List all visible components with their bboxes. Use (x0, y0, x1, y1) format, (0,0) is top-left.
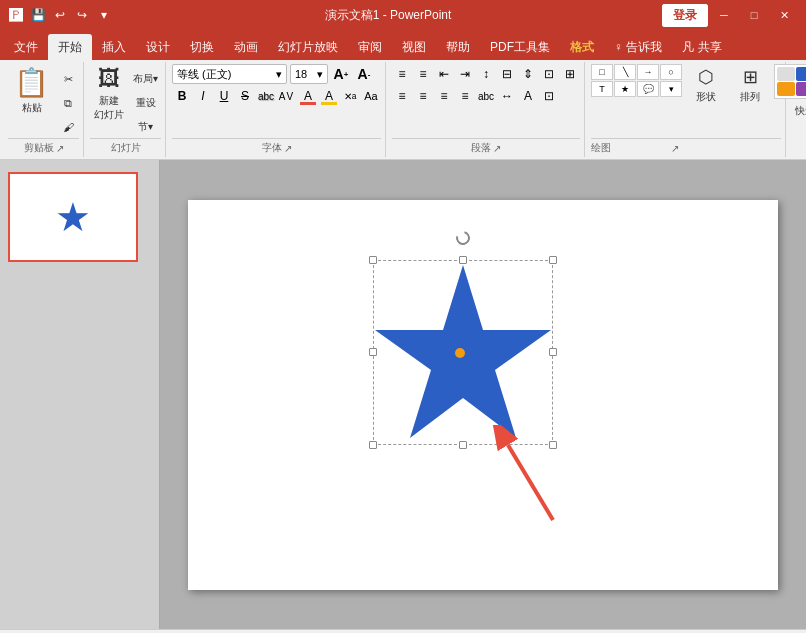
new-slide-icon: 🖼 (98, 66, 120, 92)
minimize-button[interactable]: ─ (710, 4, 738, 26)
shape-callout-icon[interactable]: 💬 (637, 81, 659, 97)
status-bar: RJZXW.COM 幻灯片 第 1 张，共 1 张 🖼 中文(中国) 📝 备注 … (0, 629, 806, 633)
quick-styles-palette[interactable] (774, 64, 806, 99)
bold-button[interactable]: B (172, 86, 192, 106)
window-title: 演示文稿1 - PowerPoint (114, 7, 662, 24)
maximize-button[interactable]: □ (740, 4, 768, 26)
shape-arrow-icon[interactable]: → (637, 64, 659, 80)
shape-star-icon[interactable]: ★ (614, 81, 636, 97)
align-left-button[interactable]: ≡ (392, 86, 412, 106)
decrease-indent-button[interactable]: ⇤ (434, 64, 454, 84)
shapes-button[interactable]: ⬡ 形状 (686, 64, 726, 106)
underline-button[interactable]: U (214, 86, 234, 106)
justify-button[interactable]: ≡ (455, 86, 475, 106)
paste-icon: 📋 (14, 66, 49, 99)
format-painter-button[interactable]: 🖌 (57, 116, 79, 138)
text-direction-button[interactable]: ⇕ (518, 64, 538, 84)
slides-label: 幻灯片 (90, 138, 161, 155)
increase-indent-button[interactable]: ⇥ (455, 64, 475, 84)
word-art-button[interactable]: A (518, 86, 538, 106)
italic-button[interactable]: I (193, 86, 213, 106)
reset-button[interactable]: 重设 (130, 92, 161, 114)
font-color-indicator (300, 102, 316, 105)
cut-button[interactable]: ✂ (57, 68, 79, 90)
font-size-selector[interactable]: 18 ▾ (290, 64, 328, 84)
tab-transitions[interactable]: 切换 (180, 34, 224, 60)
align-text-button[interactable]: ⊡ (539, 64, 559, 84)
drawing-label: 绘图 ↗ (591, 138, 781, 155)
new-slide-button[interactable]: 🖼 新建幻灯片 (90, 64, 128, 124)
save-icon[interactable]: 💾 (28, 5, 48, 25)
text-shadow-button2[interactable]: abc (476, 86, 496, 106)
slide-canvas[interactable] (188, 200, 778, 590)
align-right-button[interactable]: ≡ (434, 86, 454, 106)
tab-share[interactable]: 凡 共享 (672, 34, 731, 60)
smart-art-button[interactable]: ⊞ (560, 64, 580, 84)
font-name-dropdown-icon: ▾ (276, 68, 282, 81)
close-button[interactable]: ✕ (770, 4, 798, 26)
decrease-font-button[interactable]: A- (354, 64, 374, 84)
tab-slideshow[interactable]: 幻灯片放映 (268, 34, 348, 60)
redo-icon[interactable]: ↪ (72, 5, 92, 25)
tab-help[interactable]: 帮助 (436, 34, 480, 60)
slide-thumbnail[interactable]: ★ (8, 172, 138, 262)
section-button[interactable]: 节▾ (130, 116, 161, 138)
rotate-handle[interactable] (455, 230, 471, 246)
ribbon-tab-bar: 文件 开始 插入 设计 切换 动画 幻灯片放映 审阅 视图 帮助 PDF工具集 … (0, 30, 806, 60)
svg-line-1 (508, 445, 553, 520)
tab-insert[interactable]: 插入 (92, 34, 136, 60)
highlight-button[interactable]: A (319, 86, 339, 106)
shape-oval-icon[interactable]: ○ (660, 64, 682, 80)
slides-content: 🖼 新建幻灯片 布局▾ 重设 节▾ (90, 64, 161, 138)
center-dot[interactable] (455, 348, 465, 358)
slide-thumbnail-wrapper: 1 ★ (8, 172, 151, 262)
drawing-expand-icon[interactable]: ↗ (671, 143, 679, 154)
paragraph-expand-icon[interactable]: ↗ (493, 143, 501, 154)
shape-textbox-icon[interactable]: T (591, 81, 613, 97)
undo-icon[interactable]: ↩ (50, 5, 70, 25)
columns-button[interactable]: ⊟ (497, 64, 517, 84)
copy-button[interactable]: ⧉ (57, 92, 79, 114)
ribbon-group-drawing: □ ╲ → ○ T ★ 💬 ▾ ⬡ 形状 (587, 62, 786, 157)
font-color-button[interactable]: A (298, 86, 318, 106)
arrange-button[interactable]: ⊞ 排列 (730, 64, 770, 106)
ribbon-group-font: 等线 (正文) ▾ 18 ▾ A+ A- B I U S abc AV A (168, 62, 386, 157)
textcase-button[interactable]: Aa (361, 86, 381, 106)
shape-line-icon[interactable]: ╲ (614, 64, 636, 80)
char-spacing-button[interactable]: AV (277, 86, 297, 106)
paragraph-spacing-button[interactable]: ↔ (497, 86, 517, 106)
font-name-selector[interactable]: 等线 (正文) ▾ (172, 64, 287, 84)
tab-file[interactable]: 文件 (4, 34, 48, 60)
increase-font-button[interactable]: A+ (331, 64, 351, 84)
tab-review[interactable]: 审阅 (348, 34, 392, 60)
slide-panel: 1 ★ (0, 160, 160, 629)
shape-more-icon[interactable]: ▾ (660, 81, 682, 97)
line-spacing-button[interactable]: ↕ (476, 64, 496, 84)
customize-icon[interactable]: ▾ (94, 5, 114, 25)
smartart2-button[interactable]: ⊡ (539, 86, 559, 106)
tab-tellme[interactable]: ♀ 告诉我 (604, 34, 672, 60)
align-center-button[interactable]: ≡ (413, 86, 433, 106)
strikethrough-button[interactable]: S (235, 86, 255, 106)
numbering-button[interactable]: ≡ (413, 64, 433, 84)
tab-home[interactable]: 开始 (48, 34, 92, 60)
bullets-button[interactable]: ≡ (392, 64, 412, 84)
clipboard-expand-icon[interactable]: ↗ (56, 143, 64, 154)
tab-format[interactable]: 格式 (560, 34, 604, 60)
shape-container[interactable] (373, 260, 553, 445)
tab-animations[interactable]: 动画 (224, 34, 268, 60)
font-size-dropdown-icon: ▾ (317, 68, 323, 81)
font-size-value: 18 (295, 68, 317, 80)
login-button[interactable]: 登录 (662, 4, 708, 27)
tab-design[interactable]: 设计 (136, 34, 180, 60)
tab-view[interactable]: 视图 (392, 34, 436, 60)
layout-button[interactable]: 布局▾ (130, 68, 161, 90)
clear-format-button[interactable]: ✕a (340, 86, 360, 106)
shape-rect-icon[interactable]: □ (591, 64, 613, 80)
shadow-button[interactable]: abc (256, 86, 276, 106)
quick-styles-label[interactable]: 快速样式 (792, 100, 807, 122)
thumbnail-star: ★ (55, 194, 91, 240)
tab-pdf[interactable]: PDF工具集 (480, 34, 560, 60)
paste-button[interactable]: 📋 粘贴 (8, 64, 55, 117)
font-expand-icon[interactable]: ↗ (284, 143, 292, 154)
